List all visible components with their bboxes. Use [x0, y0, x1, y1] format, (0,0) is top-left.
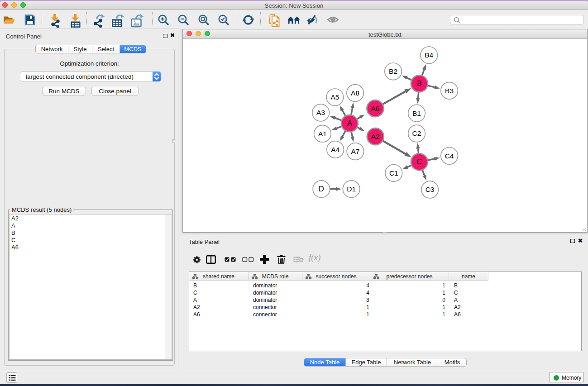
svg-text:A: A — [347, 119, 352, 127]
svg-text:A6: A6 — [371, 105, 379, 112]
svg-text:A3: A3 — [316, 109, 325, 116]
svg-text:B4: B4 — [425, 51, 433, 59]
svg-text:C1: C1 — [389, 169, 398, 177]
svg-text:A8: A8 — [351, 89, 359, 97]
svg-text:D: D — [319, 185, 324, 193]
svg-text:A5: A5 — [330, 93, 339, 101]
svg-text:B: B — [417, 79, 422, 87]
svg-text:A2: A2 — [371, 133, 380, 140]
svg-text:C2: C2 — [412, 129, 421, 137]
svg-text:C: C — [417, 157, 422, 166]
svg-text:B3: B3 — [445, 87, 454, 95]
svg-text:D1: D1 — [347, 185, 356, 193]
svg-text:C4: C4 — [445, 152, 454, 160]
svg-text:A7: A7 — [351, 148, 360, 155]
svg-text:C3: C3 — [425, 186, 435, 193]
svg-text:B1: B1 — [412, 110, 421, 117]
svg-text:A4: A4 — [331, 146, 339, 153]
svg-text:B2: B2 — [389, 67, 397, 75]
svg-text:A1: A1 — [318, 130, 327, 138]
